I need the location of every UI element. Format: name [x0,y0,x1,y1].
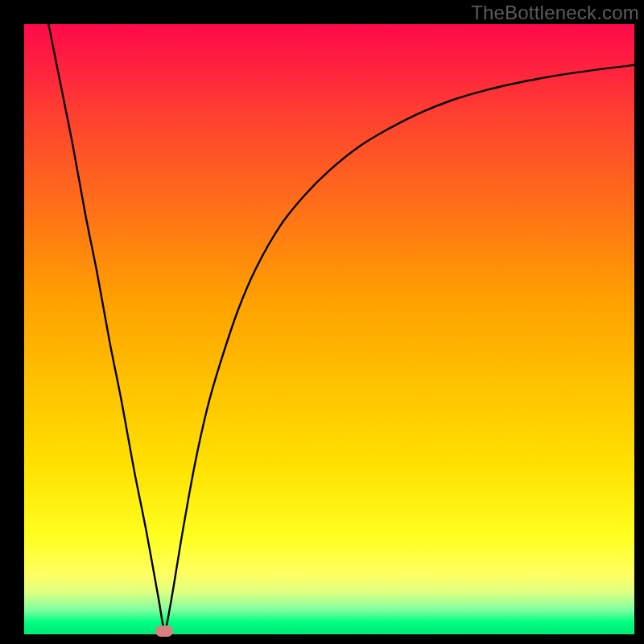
watermark-text: TheBottleneck.com [471,2,639,24]
bottleneck-curve [24,24,634,634]
optimal-point-marker [155,625,173,637]
plot-area [24,24,634,634]
chart-frame: TheBottleneck.com [0,0,644,644]
